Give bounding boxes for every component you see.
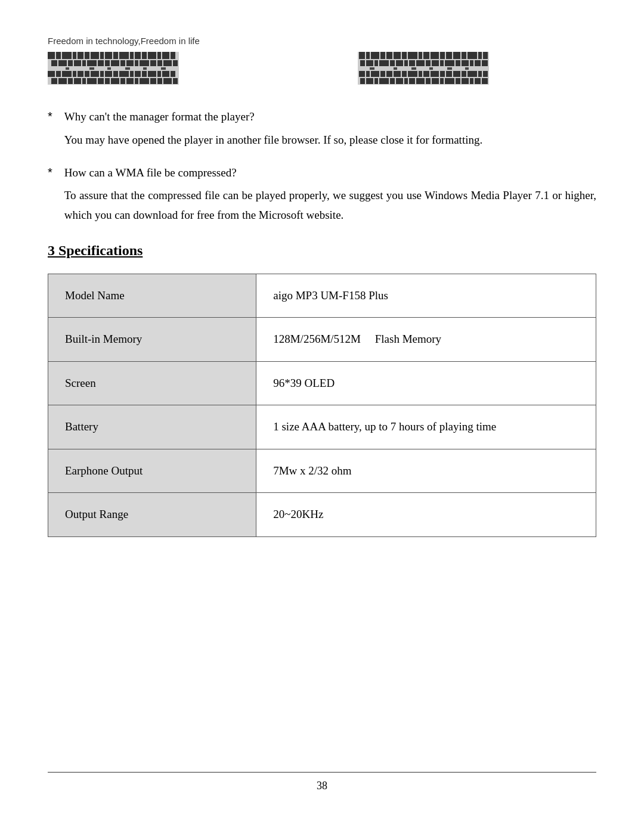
svg-rect-110: [462, 60, 469, 66]
svg-rect-41: [161, 67, 166, 70]
svg-rect-67: [105, 78, 110, 84]
svg-rect-101: [396, 60, 403, 66]
page: Freedom in technology,Freedom in life: [0, 0, 644, 822]
svg-rect-70: [126, 78, 134, 84]
svg-rect-17: [162, 52, 169, 59]
svg-rect-154: [475, 78, 481, 84]
page-number: 38: [48, 780, 596, 792]
faq-star-2: *: [48, 166, 52, 179]
svg-rect-32: [150, 60, 156, 66]
svg-rect-95: [483, 52, 488, 59]
right-logo: [358, 52, 489, 85]
svg-rect-13: [135, 52, 141, 59]
svg-rect-148: [432, 78, 439, 84]
svg-rect-124: [386, 71, 392, 77]
faq-section: * Why can't the manager format the playe…: [48, 108, 596, 225]
svg-rect-35: [173, 60, 178, 66]
faq-question-1: Why can't the manager format the player?: [64, 108, 596, 126]
svg-rect-55: [142, 71, 147, 77]
svg-rect-27: [111, 60, 119, 66]
svg-rect-86: [419, 52, 422, 59]
svg-rect-24: [87, 60, 97, 66]
svg-rect-142: [390, 78, 395, 84]
faq-star-1: *: [48, 110, 52, 123]
svg-rect-76: [173, 78, 178, 84]
svg-rect-19: [51, 60, 57, 66]
svg-rect-31: [140, 60, 149, 66]
svg-rect-63: [74, 78, 81, 84]
svg-rect-69: [120, 78, 125, 84]
svg-rect-98: [374, 60, 378, 66]
left-logo: [48, 52, 179, 85]
svg-rect-149: [440, 78, 444, 84]
svg-rect-93: [467, 52, 477, 59]
svg-rect-94: [478, 52, 482, 59]
svg-rect-80: [371, 52, 379, 59]
faq-answer-2: To assure that the compressed file can b…: [64, 186, 596, 225]
svg-rect-44: [62, 71, 72, 77]
svg-rect-7: [91, 52, 99, 59]
svg-rect-135: [467, 71, 477, 77]
svg-rect-34: [163, 60, 172, 66]
page-footer: 38: [48, 772, 596, 792]
svg-rect-66: [98, 78, 104, 84]
svg-rect-78: [359, 52, 365, 59]
svg-rect-14: [142, 52, 147, 59]
svg-rect-18: [171, 52, 175, 59]
svg-rect-22: [74, 60, 81, 66]
svg-rect-151: [456, 78, 460, 84]
spec-label-battery: Battery: [48, 405, 256, 449]
svg-rect-108: [445, 60, 454, 66]
svg-rect-85: [408, 52, 417, 59]
svg-rect-59: [171, 71, 175, 77]
svg-rect-9: [105, 52, 112, 59]
faq-content-1: Why can't the manager format the player?…: [64, 108, 596, 150]
spec-label-output-range: Output Range: [48, 493, 256, 537]
svg-rect-15: [148, 52, 156, 59]
svg-rect-145: [409, 78, 415, 84]
faq-item-1: * Why can't the manager format the playe…: [48, 108, 596, 150]
svg-rect-123: [380, 71, 385, 77]
svg-rect-107: [440, 60, 444, 66]
faq-question-2: How can a WMA file be compressed?: [64, 165, 596, 182]
svg-rect-42: [48, 71, 55, 77]
svg-rect-46: [78, 71, 83, 77]
svg-rect-4: [73, 52, 76, 59]
svg-rect-49: [100, 71, 104, 77]
svg-rect-140: [374, 78, 378, 84]
svg-rect-102: [404, 60, 408, 66]
svg-rect-56: [148, 71, 156, 77]
table-row: Output Range 20~20KHz: [48, 493, 596, 537]
svg-rect-54: [135, 71, 141, 77]
svg-rect-48: [91, 71, 99, 77]
svg-rect-79: [366, 52, 370, 59]
svg-rect-84: [402, 52, 407, 59]
svg-rect-100: [390, 60, 395, 66]
svg-rect-129: [423, 71, 429, 77]
svg-rect-51: [113, 71, 118, 77]
svg-rect-139: [366, 78, 373, 84]
svg-rect-26: [105, 60, 110, 66]
svg-rect-88: [431, 52, 439, 59]
svg-rect-112: [475, 60, 481, 66]
svg-rect-43: [56, 71, 61, 77]
svg-rect-121: [366, 71, 370, 77]
svg-rect-138: [360, 78, 365, 84]
specifications-table: Model Name aigo MP3 UM-F158 Plus Built-i…: [48, 274, 596, 537]
svg-rect-65: [87, 78, 97, 84]
svg-rect-11: [119, 52, 129, 59]
spec-value-battery: 1 size AAA battery, up to 7 hours of pla…: [256, 405, 596, 449]
svg-rect-25: [98, 60, 104, 66]
svg-rect-37: [89, 67, 94, 70]
tagline: Freedom in technology,Freedom in life: [48, 36, 596, 46]
svg-rect-131: [440, 71, 445, 77]
svg-rect-20: [58, 60, 67, 66]
svg-rect-90: [446, 52, 452, 59]
svg-rect-144: [404, 78, 408, 84]
svg-rect-73: [150, 78, 156, 84]
svg-rect-122: [371, 71, 379, 77]
svg-rect-10: [113, 52, 118, 59]
svg-rect-87: [423, 52, 429, 59]
svg-rect-58: [162, 71, 169, 77]
svg-rect-91: [453, 52, 460, 59]
